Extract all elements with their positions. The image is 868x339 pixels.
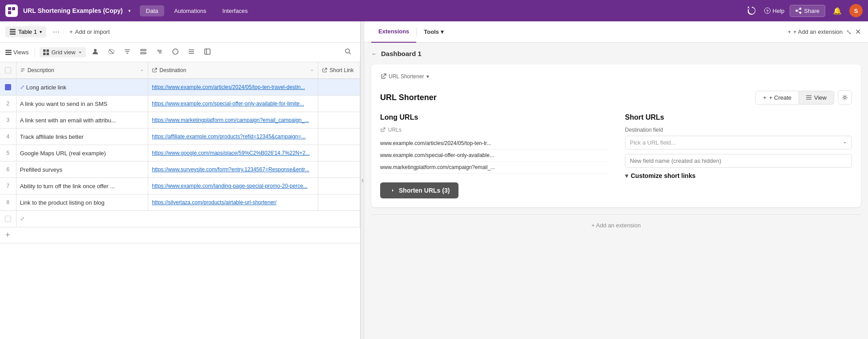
- row-description-cell[interactable]: Google Maps URL (real example): [16, 145, 148, 161]
- history-icon[interactable]: [745, 4, 759, 18]
- row-destination-cell[interactable]: https://www.marketingplatform.com/campai…: [148, 112, 318, 129]
- row-description-cell[interactable]: Link to the product listing on blog: [16, 194, 148, 211]
- notifications-icon[interactable]: 🔔: [831, 4, 844, 17]
- short-urls-column: Short URLs Destination field Pick a URL …: [625, 113, 852, 198]
- tools-button[interactable]: Tools ▾: [417, 21, 451, 43]
- header-destination[interactable]: Destination: [148, 62, 318, 79]
- row-description-cell[interactable]: A link sent with an email with attribu..…: [16, 112, 148, 129]
- panel-resizer[interactable]: • • •: [361, 21, 364, 339]
- table-row[interactable]: 7 Ability to turn off the link once offe…: [0, 178, 360, 194]
- row-checkbox-cell[interactable]: 5: [0, 145, 16, 161]
- row-checkbox-cell[interactable]: 3: [0, 112, 16, 129]
- person-view-icon[interactable]: [89, 46, 102, 59]
- row-destination-link[interactable]: https://silvertaza.com/products/airtable…: [152, 199, 276, 206]
- row-height-icon[interactable]: [185, 46, 198, 59]
- nav-interfaces-button[interactable]: Interfaces: [216, 5, 254, 16]
- add-row-button[interactable]: +: [0, 227, 360, 243]
- url-shortener-dropdown-icon[interactable]: ▾: [426, 73, 429, 80]
- row-checkbox-cell[interactable]: 4: [0, 129, 16, 145]
- header-short-link[interactable]: Short Link: [318, 62, 360, 79]
- table-row[interactable]: 2 A link you want to send in an SMS http…: [0, 96, 360, 112]
- resize-panel-icon[interactable]: ⤡: [846, 28, 852, 36]
- avatar[interactable]: S: [849, 4, 863, 17]
- table-tab[interactable]: Table 1 ▾: [5, 26, 46, 37]
- row-checkbox-cell[interactable]: 6: [0, 161, 16, 178]
- row-destination-cell[interactable]: https://www.example.com/articles/2024/05…: [148, 79, 318, 96]
- add-extension-header-button[interactable]: + + Add an extension: [787, 28, 843, 35]
- row-destination-link[interactable]: https://www.marketingplatform.com/campai…: [152, 117, 309, 123]
- svg-rect-20: [47, 53, 49, 56]
- table-row[interactable]: 6 Prefilled surveys https://www.surveysi…: [0, 161, 360, 178]
- row-checkbox[interactable]: [5, 84, 11, 90]
- add-extension-header-label: + Add an extension: [793, 28, 843, 35]
- add-extension-footer[interactable]: + Add an extension: [371, 214, 861, 236]
- settings-button[interactable]: [838, 90, 852, 105]
- svg-point-7: [796, 10, 798, 12]
- views-label[interactable]: Views: [5, 49, 28, 56]
- sort-icon[interactable]: [153, 46, 166, 59]
- add-import-button[interactable]: + Add or import: [66, 26, 114, 37]
- row-checkbox-cell[interactable]: 8: [0, 194, 16, 211]
- nav-automations-button[interactable]: Automations: [168, 5, 212, 16]
- table-more-icon[interactable]: ⋯: [50, 26, 62, 38]
- row-destination-cell[interactable]: https://www.example.com/landing-page-spe…: [148, 178, 318, 194]
- row-destination-link[interactable]: https://www.example.com/landing-page-spe…: [152, 183, 308, 189]
- expand-icon[interactable]: [201, 46, 214, 59]
- table-row[interactable]: 8 Link to the product listing on blog ht…: [0, 194, 360, 211]
- hide-fields-icon[interactable]: [105, 46, 118, 59]
- row-checkbox-cell[interactable]: 7: [0, 178, 16, 194]
- row-destination-link[interactable]: https://www.example.com/special-offer-on…: [152, 101, 304, 107]
- svg-rect-11: [10, 29, 16, 30]
- row-destination-link[interactable]: https://affiliate.example.com/products?r…: [152, 133, 305, 140]
- row-destination-cell[interactable]: https://www.google.com/maps/place/59%C2%…: [148, 145, 318, 161]
- group-icon[interactable]: [137, 46, 150, 59]
- row-destination-link[interactable]: https://www.surveysite.com/form?entry.12…: [152, 166, 309, 173]
- row-description-cell[interactable]: Track affiliate links better: [16, 129, 148, 145]
- share-button[interactable]: Share: [790, 5, 825, 17]
- row-destination-link[interactable]: https://www.example.com/articles/2024/05…: [152, 84, 305, 90]
- filter-icon[interactable]: [121, 46, 134, 59]
- empty-checkbox-cell[interactable]: [0, 211, 16, 227]
- row-description-cell[interactable]: Ability to turn off the link once offer …: [16, 178, 148, 194]
- header-description[interactable]: Description: [16, 62, 148, 79]
- dashboard-back-icon[interactable]: ←: [371, 50, 377, 57]
- new-field-name-input[interactable]: [625, 154, 852, 168]
- row-description: Track affiliate links better: [20, 133, 84, 140]
- empty-expand-icon[interactable]: ⤢: [20, 216, 24, 222]
- row-checkbox-cell[interactable]: [0, 79, 16, 96]
- shorten-urls-button[interactable]: Shorten URLs (3): [380, 182, 458, 198]
- url-list-item: www.example.com/special-offer-only-avail…: [380, 149, 607, 161]
- table-row[interactable]: ⤢ Long article link https://www.example.…: [0, 79, 360, 96]
- svg-rect-15: [5, 52, 12, 53]
- row-expand-icon[interactable]: ⤢: [20, 84, 24, 90]
- app-logo[interactable]: [5, 4, 18, 17]
- row-destination-cell[interactable]: https://silvertaza.com/products/airtable…: [148, 194, 318, 211]
- row-destination-cell[interactable]: https://www.example.com/special-offer-on…: [148, 96, 318, 112]
- row-destination-link[interactable]: https://www.google.com/maps/place/59%C2%…: [152, 150, 310, 156]
- row-description-cell[interactable]: A link you want to send in an SMS: [16, 96, 148, 112]
- color-icon[interactable]: [169, 46, 182, 59]
- row-destination-cell[interactable]: https://www.surveysite.com/form?entry.12…: [148, 161, 318, 178]
- table-row[interactable]: 3 A link sent with an email with attribu…: [0, 112, 360, 129]
- row-destination-cell[interactable]: https://affiliate.example.com/products?r…: [148, 129, 318, 145]
- header-checkbox[interactable]: [5, 67, 11, 73]
- table-row[interactable]: 5 Google Maps URL (real example) https:/…: [0, 145, 360, 161]
- customize-short-links-row[interactable]: ▾ Customize short links: [625, 172, 852, 179]
- search-icon[interactable]: [341, 46, 355, 59]
- empty-row-checkbox[interactable]: [5, 216, 11, 222]
- close-panel-icon[interactable]: ✕: [855, 28, 861, 36]
- right-panel-body: ← Dashboard 1 URL Shortener ▾ URL Shorte…: [364, 43, 868, 339]
- grid-view-button[interactable]: Grid view: [40, 47, 85, 57]
- extensions-tab[interactable]: Extensions: [371, 21, 416, 43]
- row-description-cell[interactable]: ⤢ Long article link: [16, 79, 148, 96]
- pick-url-field-select[interactable]: Pick a URL field...: [625, 136, 852, 149]
- row-short-link-cell: [318, 112, 360, 129]
- help-button[interactable]: ? Help: [764, 8, 785, 14]
- app-title-chevron-icon[interactable]: ▾: [128, 8, 131, 14]
- row-checkbox-cell[interactable]: 2: [0, 96, 16, 112]
- nav-data-button[interactable]: Data: [140, 5, 164, 16]
- view-button[interactable]: View: [799, 91, 834, 105]
- row-description-cell[interactable]: Prefilled surveys: [16, 161, 148, 178]
- create-button[interactable]: + + Create: [755, 91, 799, 105]
- table-row[interactable]: 4 Track affiliate links better https://a…: [0, 129, 360, 145]
